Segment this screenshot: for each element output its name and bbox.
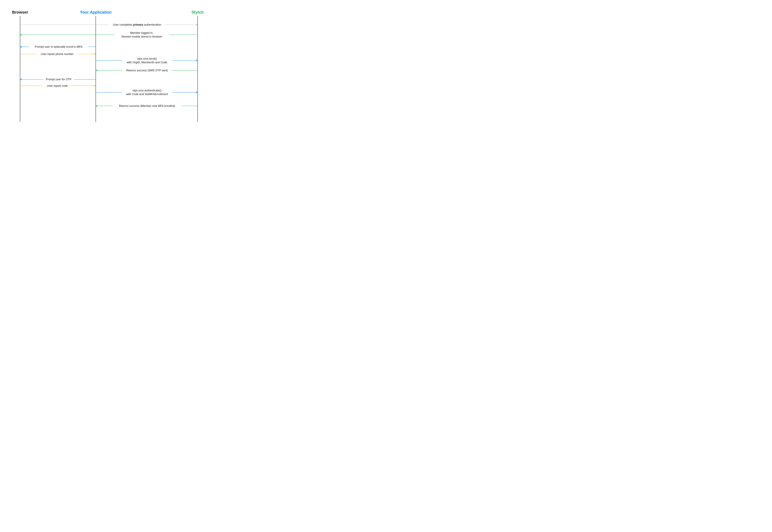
msg-member-logged-in-line2: Session cookie stored in browser [121,35,162,38]
actor-stytch: Stytch [191,10,204,15]
actor-browser: Browser [12,10,28,15]
msg-prompt-enroll-mfa: Prompt user to optionally enroll in MFA [20,45,96,48]
msg-otps-sms-send: otps.sms.send() with OrgID, MemberID and… [96,57,198,64]
msg-prompt-enroll-mfa-text: Prompt user to optionally enroll in MFA [35,45,82,48]
msg-returns-mfa-enrolled: Returns success (Member now MFA enrolled… [96,104,198,107]
msg-returns-sms-sent-text: Returns success (SMS OTP sent) [126,69,168,72]
msg-user-inputs-phone-text: User inputs phone number [41,52,73,56]
msg-primary-auth-text-c: authentication [143,23,161,26]
msg-otps-sms-authenticate-line1: otps.sms.authenticate() [132,89,161,92]
msg-primary-auth: User completes primary authentication [20,23,198,26]
msg-otps-sms-authenticate-line2: with Code and SetMFAEnrollment [126,93,168,96]
msg-otps-sms-send-line2: with OrgID, MemberID and Code [127,61,167,64]
msg-otps-sms-authenticate: otps.sms.authenticate() with Code and Se… [96,89,198,96]
msg-primary-auth-text-a: User completes [113,23,133,26]
actor-app: Your Application [80,10,111,15]
msg-otps-sms-send-line1: otps.sms.send() [137,57,157,60]
msg-member-logged-in-line1: Member logged in, [130,31,153,34]
msg-prompt-user-otp-text: Prompt user for OTP [46,78,71,81]
msg-user-inputs-phone: User inputs phone number [20,52,96,56]
msg-prompt-user-otp: Prompt user for OTP [20,78,96,81]
msg-member-logged-in: Member logged in, Session cookie stored … [20,31,198,38]
msg-user-inputs-code: User inputs code [20,84,96,87]
sequence-diagram: Browser Your Application Stytch User com… [0,0,217,133]
svg-text:User completes primary authent: User completes primary authentication [113,23,161,26]
msg-returns-mfa-enrolled-text: Returns success (Member now MFA enrolled… [119,104,175,107]
msg-returns-sms-sent: Returns success (SMS OTP sent) [96,69,198,72]
msg-primary-auth-text-b: primary [133,23,143,26]
msg-user-inputs-code-text: User inputs code [47,84,68,87]
